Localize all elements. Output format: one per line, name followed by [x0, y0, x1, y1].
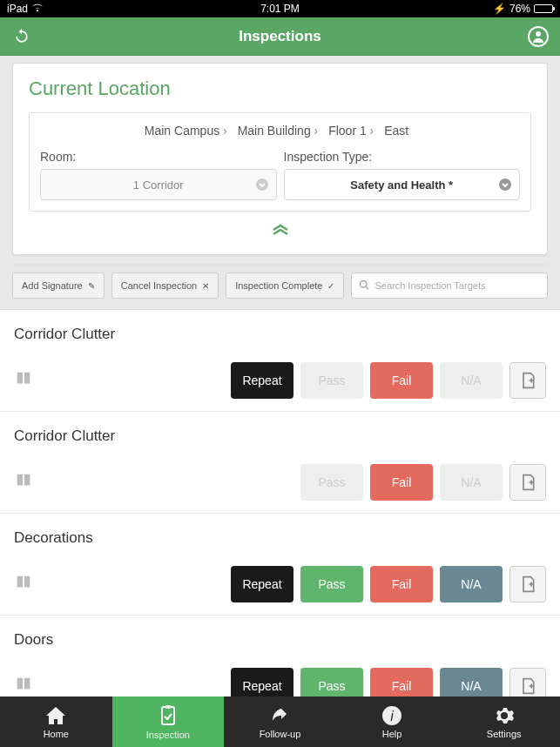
repeat-button[interactable]: Repeat	[231, 566, 293, 602]
bluetooth-icon: ⚡	[493, 3, 506, 15]
item-title: Corridor Clutter	[14, 326, 546, 343]
location-card: Current Location Main Campus Main Buildi…	[12, 63, 548, 255]
check-icon: ✓	[327, 281, 334, 291]
fail-button[interactable]: Fail	[370, 464, 433, 501]
search-input[interactable]: Search Inspection Targets	[351, 273, 548, 299]
item-title: Doors	[14, 631, 546, 649]
na-button[interactable]: N/A	[440, 464, 503, 501]
fail-button[interactable]: Fail	[370, 362, 433, 399]
tab-help[interactable]: i Help	[336, 697, 449, 747]
cancel-inspection-button[interactable]: Cancel Inspection ✕	[111, 273, 219, 299]
item-title: Decorations	[14, 529, 546, 547]
pass-button[interactable]: Pass	[300, 668, 363, 697]
clock: 7:01 PM	[189, 3, 371, 15]
search-icon	[359, 279, 369, 292]
repeat-button[interactable]: Repeat	[231, 362, 293, 399]
svg-rect-7	[165, 705, 171, 709]
add-note-button[interactable]	[509, 566, 546, 602]
pass-button[interactable]: Pass	[300, 464, 363, 501]
repeat-button[interactable]: Repeat	[231, 668, 293, 697]
status-bar: iPad 7:01 PM ⚡ 76%	[0, 0, 560, 17]
battery-icon	[534, 4, 553, 13]
book-icon[interactable]	[14, 471, 33, 494]
svg-rect-6	[162, 707, 174, 724]
close-icon: ✕	[202, 281, 209, 291]
tab-settings[interactable]: Settings	[448, 697, 560, 747]
room-select[interactable]: 1 Corridor	[40, 169, 277, 200]
svg-point-4	[361, 281, 368, 288]
fail-button[interactable]: Fail	[370, 566, 433, 602]
inspection-item: DecorationsRepeatPassFailN/A	[0, 513, 560, 615]
book-icon[interactable]	[14, 573, 33, 596]
add-note-button[interactable]	[509, 362, 546, 399]
na-button[interactable]: N/A	[440, 668, 503, 697]
page-title: Inspections	[35, 28, 525, 45]
chevron-down-icon	[255, 178, 269, 192]
refresh-button[interactable]	[9, 24, 35, 50]
inspection-item: DoorsRepeatPassFailN/A	[0, 615, 560, 697]
pass-button[interactable]: Pass	[300, 362, 363, 399]
nav-header: Inspections	[0, 17, 560, 56]
room-label: Room:	[40, 150, 277, 164]
add-signature-button[interactable]: Add Signature ✎	[12, 273, 105, 299]
collapse-button[interactable]	[29, 222, 531, 240]
svg-text:i: i	[390, 709, 394, 723]
svg-point-1	[536, 31, 541, 37]
na-button[interactable]: N/A	[440, 566, 503, 602]
tab-followup[interactable]: Follow-up	[224, 697, 336, 747]
chevron-down-icon	[498, 178, 512, 192]
pass-button[interactable]: Pass	[300, 566, 363, 602]
inspection-item: Corridor ClutterRepeatPassFailN/A	[0, 309, 560, 411]
inspection-complete-button[interactable]: Inspection Complete ✓	[226, 273, 344, 299]
svg-point-10	[502, 713, 507, 718]
svg-point-2	[256, 178, 268, 191]
inspection-type-select[interactable]: Safety and Health *	[284, 169, 521, 200]
actions-row: Add Signature ✎ Cancel Inspection ✕ Insp…	[0, 273, 560, 309]
book-icon[interactable]	[14, 675, 33, 697]
pencil-icon: ✎	[88, 281, 95, 291]
inspection-item: Corridor ClutterPassFailN/A	[0, 411, 560, 513]
tab-home[interactable]: Home	[0, 697, 112, 747]
add-note-button[interactable]	[509, 464, 546, 501]
item-title: Corridor Clutter	[14, 427, 546, 445]
location-title: Current Location	[29, 77, 531, 100]
tab-inspection[interactable]: Inspection	[112, 697, 225, 747]
add-note-button[interactable]	[509, 668, 546, 697]
inspection-type-label: Inspection Type:	[284, 150, 521, 164]
book-icon[interactable]	[14, 369, 33, 392]
carrier-label: iPad	[7, 3, 28, 15]
svg-line-5	[367, 286, 369, 289]
fail-button[interactable]: Fail	[370, 668, 433, 697]
wifi-icon	[31, 3, 44, 15]
na-button[interactable]: N/A	[440, 362, 503, 399]
svg-point-3	[499, 178, 511, 191]
tab-bar: Home Inspection Follow-up i Help Setting…	[0, 697, 560, 747]
breadcrumb: Main Campus Main Building Floor 1 East	[40, 124, 520, 138]
battery-label: 76%	[509, 3, 530, 15]
profile-button[interactable]	[525, 24, 551, 50]
